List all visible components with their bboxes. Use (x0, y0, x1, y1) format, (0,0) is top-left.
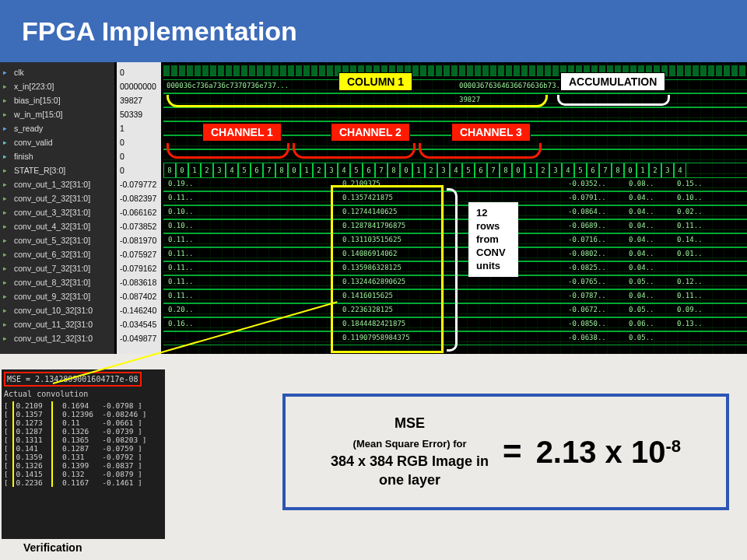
verif-rest: 0.1365 -0.08203 ] (53, 436, 146, 444)
waveform-track (163, 177, 747, 191)
state-cell: 5 (350, 163, 363, 177)
signal-name-text: bias_in[15:0] (14, 96, 61, 105)
rows-note-l3: from (476, 233, 510, 247)
actual-conv-label: Actual convolution (4, 390, 163, 398)
conv-left-value: 0.19.. (168, 180, 194, 187)
verif-col0: 0.1273 (12, 418, 53, 427)
signal-value: -0.066162 (117, 205, 161, 219)
signal-name-text: STATE_R[3:0] (14, 166, 65, 175)
signal-value: -0.146240 (117, 303, 161, 317)
state-cell: 7 (487, 163, 500, 177)
signal-name: ▸conv_out_6_32[31:0] (0, 247, 114, 261)
verif-rest: 0.132 -0.0879 ] (53, 470, 142, 478)
waveform-track (163, 107, 747, 121)
conv-left-value: 0.11.. (168, 194, 194, 201)
verif-bracket: [ (4, 427, 12, 436)
conv-r1-value: -0.0787.. (568, 292, 606, 299)
signal-icon: ▸ (3, 96, 11, 104)
signal-name-text: conv_out_9_32[31:0] (14, 292, 90, 301)
verif-bracket: [ (4, 478, 12, 487)
signal-name: ▸conv_out_2_32[31:0] (0, 191, 114, 205)
conv-r3-value: 0.14.. (677, 236, 703, 243)
state-cell: 6 (363, 163, 375, 177)
signal-value: 0 (117, 149, 161, 163)
state-cell: 6 (587, 163, 599, 177)
signal-icon: ▸ (3, 194, 11, 202)
signal-icon: ▸ (3, 222, 11, 230)
verif-rest: 0.1326 -0.0739 ] (53, 427, 142, 436)
conv-r2-value: 0.05.. (629, 334, 654, 341)
conv-r1-value: -0.0825.. (568, 264, 606, 271)
conv-left-value: 0.20.. (168, 306, 194, 313)
state-cell: 3 (213, 163, 226, 177)
verification-row: [ 0.1359 0.131 -0.0792 ] (4, 453, 163, 461)
state-cell: 0 (400, 163, 412, 177)
state-cell: 3 (437, 163, 450, 177)
signal-name-text: conv_out_5_32[31:0] (14, 236, 90, 245)
conv-left-value: 0.11.. (168, 278, 194, 285)
signal-name-text: x_in[223:0] (14, 82, 54, 91)
signal-value: -0.083618 (117, 275, 161, 289)
verif-col0: 0.2236 (12, 478, 53, 487)
signal-value: 39827 (117, 93, 161, 107)
channel3-label: CHANNEL 3 (451, 123, 531, 142)
mse-l3: 384 x 384 RGB Image in (331, 453, 489, 469)
conv-r1-value: -0.0864.. (568, 208, 606, 215)
signal-value: 0 (117, 135, 161, 149)
signal-name: ▸conv_out_12_32[31:0 (0, 331, 114, 345)
verification-panel: MSE = 2.1342809001604717e-08 Actual conv… (2, 369, 165, 539)
state-cell: 0 (512, 163, 524, 177)
state-cell: 1 (524, 163, 537, 177)
mse-value-exp: -8 (665, 436, 681, 455)
verif-bracket: [ (4, 453, 12, 461)
conv-r3-value: 0.01.. (677, 250, 703, 257)
signal-name-text: conv_out_10_32[31:0 (14, 306, 93, 315)
mse-description: MSE (Mean Square Error) for 384 x 384 RG… (331, 414, 489, 489)
signal-name: ▸conv_out_9_32[31:0] (0, 289, 114, 303)
verif-col0: 0.1311 (12, 436, 53, 444)
signal-name-text: conv_out_6_32[31:0] (14, 250, 90, 259)
conv-r2-value: 0.04.. (629, 250, 654, 257)
signal-value: -0.081970 (117, 233, 161, 247)
rows-note: 12 rows from CONV units (468, 202, 518, 277)
signal-name: ▸s_ready (0, 121, 114, 135)
signal-value: 0 (117, 65, 161, 79)
signal-icon: ▸ (3, 320, 11, 328)
state-cell: 7 (599, 163, 612, 177)
signal-name: ▸finish (0, 149, 114, 163)
verification-caption: Verification (23, 541, 82, 554)
state-cell: 7 (263, 163, 275, 177)
signal-name: ▸STATE_R[3:0] (0, 163, 114, 177)
state-cell: 8 (500, 163, 512, 177)
rows-note-l2: rows (476, 220, 510, 233)
verification-row: [ 0.1326 0.1399 -0.0837 ] (4, 461, 163, 470)
state-sequence: 8012345678012345678012345678012345678012… (163, 163, 747, 177)
waveform-viewer: ▸clk▸x_in[223:0]▸bias_in[15:0]▸w_in_m[15… (0, 62, 747, 354)
signal-icon: ▸ (3, 166, 11, 174)
state-cell: 8 (275, 163, 288, 177)
state-cell: 4 (674, 163, 686, 177)
conv-r2-value: 0.04.. (629, 208, 654, 215)
signal-name-text: s_ready (14, 124, 43, 133)
rows-note-l1: 12 (476, 207, 510, 220)
signal-name-text: finish (14, 152, 33, 161)
signal-name: ▸conv_out_8_32[31:0] (0, 275, 114, 289)
signal-name: ▸conv_out_11_32[31:0 (0, 317, 114, 331)
mse-value-base: 2.13 x 10 (536, 435, 666, 469)
signal-icon: ▸ (3, 152, 11, 160)
verif-bracket: [ (4, 470, 12, 478)
verif-bracket: [ (4, 461, 12, 470)
conv-r1-value: -0.0716.. (568, 236, 606, 243)
verif-col0: 0.141 (12, 444, 53, 453)
signal-name-text: conv_out_2_32[31:0] (14, 194, 90, 203)
signal-value: 50339 (117, 107, 161, 121)
conv-r3-value: 0.15.. (677, 180, 703, 187)
verification-row: [ 0.2236 0.1167 -0.1461 ] (4, 478, 163, 487)
channel1-label: CHANNEL 1 (202, 123, 282, 142)
conv-r1-value: -0.0765.. (568, 278, 606, 285)
channel2-label: CHANNEL 2 (331, 123, 410, 142)
signal-value: 0 (117, 163, 161, 177)
signal-name: ▸clk (0, 65, 114, 79)
signal-icon: ▸ (3, 110, 11, 118)
state-cell: 2 (313, 163, 325, 177)
